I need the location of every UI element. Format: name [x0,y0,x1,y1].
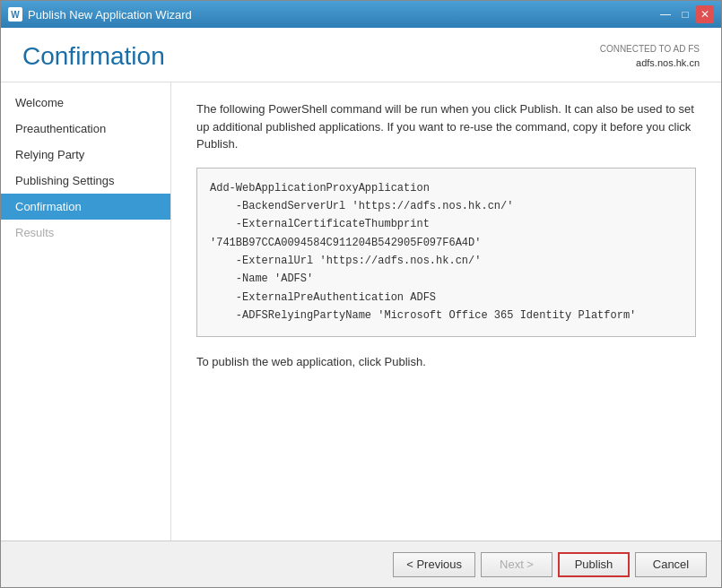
command-box: Add-WebApplicationProxyApplication -Back… [196,168,696,337]
connection-info: CONNECTED TO AD FS adfs.nos.hk.cn [600,42,700,71]
sidebar-item-publishing-settings[interactable]: Publishing Settings [1,168,170,194]
cancel-button[interactable]: Cancel [635,552,707,577]
footer: < Previous Next > Publish Cancel [1,540,721,587]
window-title: Publish New Application Wizard [28,8,192,22]
content-area: The following PowerShell command will be… [171,82,721,540]
sidebar-item-preauthentication[interactable]: Preauthentication [1,116,170,142]
sidebar-item-relying-party[interactable]: Relying Party [1,142,170,168]
main-content: Welcome Preauthentication Relying Party … [1,82,721,540]
sidebar-item-confirmation[interactable]: Confirmation [1,194,170,220]
main-window: W Publish New Application Wizard — □ ✕ C… [0,0,722,588]
header-section: Confirmation CONNECTED TO AD FS adfs.nos… [1,28,721,82]
description-text: The following PowerShell command will be… [196,100,696,153]
maximize-button[interactable]: □ [676,5,694,23]
server-name: adfs.nos.hk.cn [600,56,700,71]
sidebar: Welcome Preauthentication Relying Party … [1,82,171,540]
title-bar-left: W Publish New Application Wizard [8,7,192,22]
sidebar-item-welcome[interactable]: Welcome [1,90,170,116]
sidebar-item-results: Results [1,220,170,246]
title-bar-controls: — □ ✕ [657,5,714,23]
previous-button[interactable]: < Previous [393,552,475,577]
app-icon: W [8,7,22,22]
connected-label: CONNECTED TO AD FS [600,42,700,56]
publish-button[interactable]: Publish [558,552,630,577]
publish-prompt-text: To publish the web application, click Pu… [196,355,696,368]
close-button[interactable]: ✕ [696,5,714,23]
minimize-button[interactable]: — [657,5,674,23]
next-button[interactable]: Next > [481,552,552,577]
page-title: Confirmation [22,42,165,71]
title-bar: W Publish New Application Wizard — □ ✕ [1,1,721,28]
